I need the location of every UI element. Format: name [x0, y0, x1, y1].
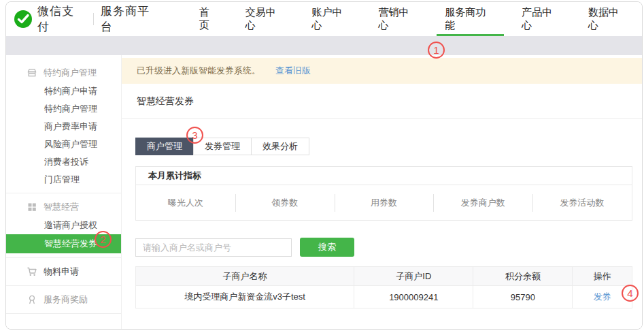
- table-header-row: 子商户名称 子商户ID 积分余额 操作: [136, 267, 632, 286]
- nav-item-data-center[interactable]: 数据中心: [575, 2, 642, 36]
- col-header-points-balance: 积分余额: [473, 267, 573, 286]
- sidebar-item-rate-apply[interactable]: 商户费率申请: [6, 118, 121, 136]
- col-header-action: 操作: [573, 267, 632, 286]
- cell-sub-merchant-id: 1900009241: [354, 286, 473, 308]
- sidebar-item-merchant-manage[interactable]: 特约商户管理: [6, 100, 121, 118]
- brand-divider: [93, 13, 94, 25]
- cell-points-balance: 95790: [473, 286, 573, 308]
- sidebar-group-label: 特约商户管理: [44, 67, 97, 79]
- tab-coupon-management[interactable]: 发券管理: [193, 138, 252, 155]
- wechat-pay-logo-icon: [14, 10, 32, 28]
- search-row: 搜索: [135, 238, 632, 257]
- page-titlebar: 智慧经营发券: [122, 84, 642, 119]
- nav-item-product-center[interactable]: 产品中心: [509, 2, 575, 36]
- cell-sub-merchant-name: 境内受理商户新资金流v3子test: [136, 286, 354, 308]
- annotation-circle-1: 1: [428, 42, 445, 59]
- sidebar-group-label: 智慧经营: [44, 201, 79, 213]
- banner-text: 已升级进入新版智能发券系统。: [137, 65, 260, 77]
- metrics-panel-title: 本月累计指标: [136, 167, 632, 185]
- tab-merchant-management[interactable]: 商户管理: [135, 138, 194, 155]
- annotation-circle-2: 2: [95, 231, 112, 248]
- sidebar: 特约商户管理 特约商户申请 特约商户管理 商户费率申请 风险商户管理 消费者投诉…: [6, 55, 122, 330]
- sidebar-item-risk-merchant[interactable]: 风险商户管理: [6, 136, 121, 153]
- nav-item-account-center[interactable]: 账户中心: [299, 2, 366, 36]
- sidebar-item-label: 物料申请: [44, 266, 79, 278]
- annotation-circle-3: 3: [186, 127, 203, 144]
- sidebar-item-store-manage[interactable]: 门店管理: [6, 171, 121, 189]
- sidebar-divider: [6, 257, 121, 258]
- nav-item-trade-center[interactable]: 交易中心: [233, 2, 299, 36]
- sidebar-item-consumer-complaint[interactable]: 消费者投诉: [6, 153, 121, 171]
- page-title: 智慧经营发券: [137, 95, 194, 108]
- metric-issuing-merchants: 发券商户数: [433, 197, 532, 209]
- sidebar-divider: [6, 313, 121, 314]
- metric-coupons-claimed: 领券数: [235, 197, 335, 209]
- main-nav: 首页 交易中心 账户中心 营销中心 服务商功能 产品中心 数据中心: [186, 2, 642, 36]
- brand-platform: 服务商平台: [101, 3, 162, 35]
- brand-name: 微信支付: [37, 3, 86, 35]
- sidebar-item-material-apply[interactable]: 物料申请: [6, 262, 121, 281]
- nav-item-provider-functions[interactable]: 服务商功能: [432, 2, 509, 36]
- sidebar-item-provider-reward[interactable]: 服务商奖励: [6, 290, 121, 309]
- issue-coupon-link[interactable]: 发券: [594, 291, 611, 302]
- metric-coupons-used: 用券数: [335, 197, 434, 209]
- table-row: 境内受理商户新资金流v3子test 1900009241 95790 发券: [136, 286, 632, 308]
- search-button[interactable]: 搜索: [300, 238, 354, 257]
- sidebar-group-smart-business: 智慧经营: [6, 197, 121, 217]
- top-navbar: 微信支付 服务商平台 首页 交易中心 账户中心 营销中心 服务商功能 产品中心 …: [6, 2, 642, 36]
- tab-bar: 商户管理 发券管理 效果分析: [135, 138, 632, 155]
- upgrade-banner: 已升级进入新版智能发券系统。 查看旧版: [122, 58, 642, 84]
- main-content: 已升级进入新版智能发券系统。 查看旧版 智慧经营发券 商户管理 发券管理 效果分…: [122, 55, 642, 330]
- sidebar-divider: [6, 285, 121, 286]
- grid-icon: [27, 202, 37, 212]
- merchant-search-input[interactable]: [135, 238, 292, 257]
- sidebar-item-label: 服务商奖励: [44, 294, 88, 306]
- storefront-icon: [27, 67, 37, 78]
- sidebar-divider: [6, 193, 121, 193]
- col-header-sub-merchant-name: 子商户名称: [136, 267, 354, 286]
- nav-item-home[interactable]: 首页: [186, 2, 233, 36]
- metric-issuing-campaigns: 发券活动数: [532, 197, 632, 209]
- sidebar-item-merchant-apply[interactable]: 特约商户申请: [6, 82, 121, 100]
- subnav-strip: [6, 36, 642, 55]
- sub-merchant-table: 子商户名称 子商户ID 积分余额 操作 境内受理商户新资金流v3子test 19…: [135, 266, 632, 308]
- sidebar-group-merchant-management: 特约商户管理: [6, 63, 121, 82]
- nav-item-marketing-center[interactable]: 营销中心: [365, 2, 432, 36]
- annotation-circle-4: 4: [622, 285, 639, 302]
- metric-exposure: 曝光人次: [136, 197, 235, 209]
- tab-effect-analysis[interactable]: 效果分析: [251, 138, 309, 155]
- metrics-row: 曝光人次 领券数 用券数 发券商户数 发券活动数: [136, 185, 632, 220]
- col-header-sub-merchant-id: 子商户ID: [354, 267, 473, 286]
- monthly-metrics-panel: 本月累计指标 曝光人次 领券数 用券数 发券商户数 发券活动数: [135, 166, 632, 221]
- app-window: 微信支付 服务商平台 首页 交易中心 账户中心 营销中心 服务商功能 产品中心 …: [5, 1, 643, 330]
- award-icon: [27, 294, 37, 305]
- view-old-version-link[interactable]: 查看旧版: [275, 65, 311, 77]
- cart-icon: [27, 266, 37, 277]
